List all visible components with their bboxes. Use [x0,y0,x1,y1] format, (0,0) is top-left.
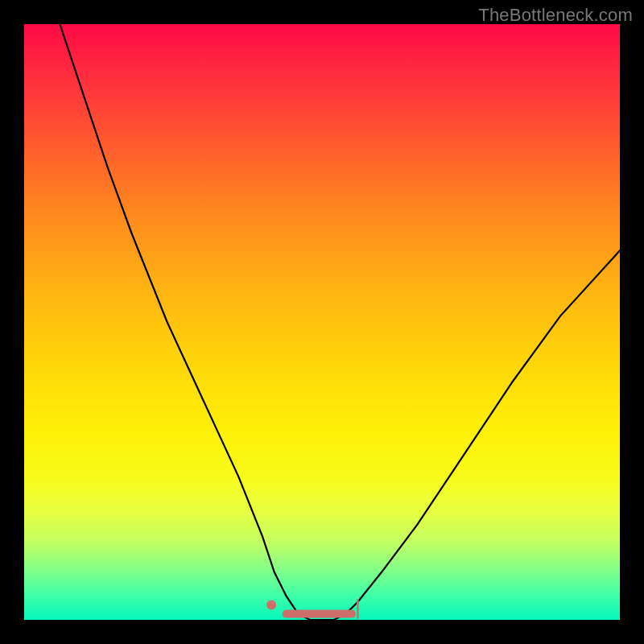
chart-frame: TheBottleneck.com [0,0,644,644]
chart-overlay [24,24,620,620]
attribution-text: TheBottleneck.com [478,5,633,26]
minimum-dot-marker [266,601,276,610]
plot-area [24,24,620,620]
bottleneck-curve [60,24,620,620]
